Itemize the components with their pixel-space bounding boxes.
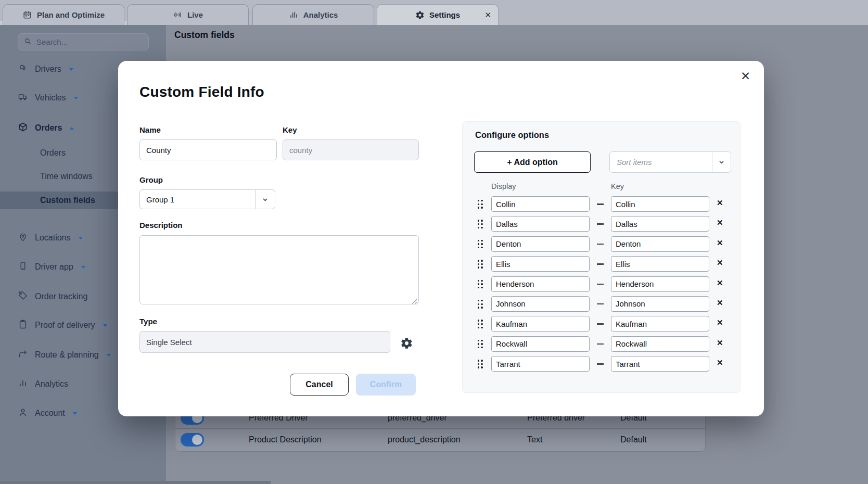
chevron-down-icon[interactable] (712, 152, 731, 172)
tab-settings[interactable]: Settings ✕ (377, 4, 499, 25)
type-input (139, 331, 390, 353)
add-option-button[interactable]: + Add option (474, 151, 591, 173)
sidebar-item-label: Proof of delivery (35, 321, 95, 330)
sidebar-search[interactable] (18, 33, 149, 50)
option-display-input[interactable] (491, 276, 590, 292)
dash-separator (597, 203, 604, 205)
route-arrow-icon (18, 349, 28, 361)
search-icon (23, 37, 32, 47)
option-display-input[interactable] (491, 296, 590, 312)
row-divider (175, 451, 705, 452)
drag-handle-icon[interactable] (478, 340, 483, 349)
remove-option-icon[interactable]: ✕ (717, 258, 723, 268)
option-display-input[interactable] (491, 316, 590, 332)
option-row: ✕ (463, 356, 741, 372)
option-display-input[interactable] (491, 256, 590, 272)
option-display-input[interactable] (491, 216, 590, 232)
drag-handle-icon[interactable] (478, 320, 483, 328)
sidebar-item-label: Order tracking (35, 292, 87, 301)
display-column-header: Display (491, 182, 516, 190)
remove-option-icon[interactable]: ✕ (717, 298, 723, 308)
table-row: Product Description product_description … (175, 428, 705, 451)
drag-handle-icon[interactable] (478, 360, 483, 368)
remove-option-icon[interactable]: ✕ (717, 318, 723, 327)
option-key-input[interactable] (611, 296, 709, 312)
group-select-value: Group 1 (140, 195, 255, 204)
drag-handle-icon[interactable] (478, 280, 483, 289)
type-label: Type (139, 317, 157, 326)
drag-handle-icon[interactable] (478, 220, 483, 228)
tab-bar: Plan and Optimize Live Analytics Setting… (0, 0, 868, 25)
option-row: ✕ (463, 296, 741, 312)
tab-analytics[interactable]: Analytics (252, 4, 374, 25)
configure-options-panel: Configure options + Add option Sort item… (462, 121, 741, 393)
toggle-on[interactable] (181, 433, 204, 447)
tab-label: Plan and Optimize (37, 10, 105, 19)
option-key-input[interactable] (611, 356, 709, 372)
option-key-input[interactable] (611, 256, 709, 272)
tab-close-icon[interactable]: ✕ (484, 10, 491, 20)
remove-option-icon[interactable]: ✕ (717, 218, 723, 227)
search-input[interactable] (35, 37, 143, 47)
tab-live[interactable]: Live (127, 4, 249, 25)
description-label: Description (139, 221, 183, 230)
field-key: product_description (388, 435, 461, 444)
description-textarea[interactable] (139, 235, 419, 304)
key-column-header: Key (611, 182, 624, 190)
option-row: ✕ (463, 316, 741, 332)
chevron-down-icon (74, 97, 78, 99)
sidebar-item-label: Orders (40, 148, 66, 158)
sidebar-item-label: Driver app (35, 262, 73, 272)
drivers-icon (18, 63, 28, 75)
dash-separator (597, 284, 604, 285)
tab-label: Live (187, 10, 203, 19)
field-badge: Default (620, 435, 647, 444)
option-key-input[interactable] (611, 196, 709, 212)
tab-plan-and-optimize[interactable]: Plan and Optimize (3, 4, 124, 25)
remove-option-icon[interactable]: ✕ (717, 338, 723, 348)
option-key-input[interactable] (611, 216, 709, 232)
option-key-input[interactable] (611, 316, 709, 332)
option-display-input[interactable] (491, 336, 590, 352)
clipboard-icon (18, 319, 28, 332)
remove-option-icon[interactable]: ✕ (717, 198, 723, 208)
sidebar-item-label: Orders (35, 123, 62, 133)
chevron-down-icon[interactable] (255, 190, 275, 209)
option-key-input[interactable] (611, 276, 709, 292)
bottom-edge-bar (0, 481, 271, 484)
name-input[interactable] (139, 139, 277, 160)
remove-option-icon[interactable]: ✕ (717, 278, 723, 288)
option-display-input[interactable] (491, 196, 590, 212)
page-title: Custom fields (174, 30, 235, 41)
tab-label: Analytics (303, 10, 338, 19)
type-settings-gear-icon[interactable] (399, 336, 414, 350)
sort-items-select[interactable]: Sort items (609, 151, 731, 173)
close-icon[interactable]: ✕ (741, 69, 750, 83)
remove-option-icon[interactable]: ✕ (717, 238, 723, 248)
option-display-input[interactable] (491, 236, 590, 252)
cancel-button[interactable]: Cancel (290, 374, 349, 396)
option-key-input[interactable] (611, 236, 709, 252)
chevron-down-icon (69, 68, 73, 71)
option-row: ✕ (463, 216, 741, 232)
chevron-up-icon (70, 127, 74, 130)
options-list: ✕ ✕ ✕ ✕ (463, 196, 741, 376)
remove-option-icon[interactable]: ✕ (717, 358, 723, 367)
group-select[interactable]: Group 1 (139, 189, 275, 209)
confirm-button[interactable]: Confirm (356, 374, 416, 396)
option-row: ✕ (463, 196, 741, 212)
map-pin-icon (18, 232, 28, 244)
resize-grip-icon[interactable] (411, 297, 417, 307)
option-display-input[interactable] (491, 356, 590, 372)
gear-icon (415, 10, 425, 20)
drag-handle-icon[interactable] (478, 300, 483, 309)
dash-separator (597, 244, 604, 245)
drag-handle-icon[interactable] (478, 200, 483, 209)
drag-handle-icon[interactable] (478, 260, 483, 269)
group-label: Group (139, 175, 163, 184)
drag-handle-icon[interactable] (478, 240, 483, 249)
option-key-input[interactable] (611, 336, 709, 352)
toggle-on[interactable] (181, 451, 204, 452)
truck-icon (18, 92, 28, 104)
bar-chart-icon (289, 10, 299, 20)
